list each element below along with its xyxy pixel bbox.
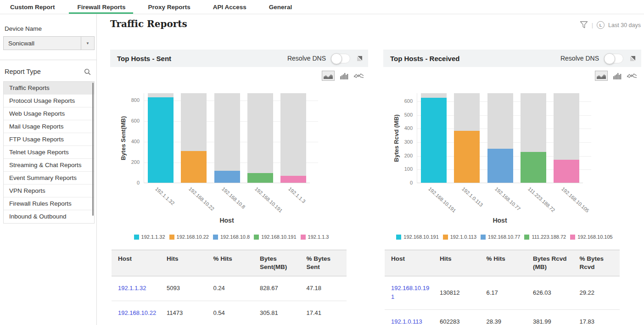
panel-top-hosts-received: Top Hosts - Received Resolve DNS Bytes R… <box>383 50 641 325</box>
host-cell: 192.168.10.22 <box>112 301 160 325</box>
plot-area <box>417 93 583 183</box>
chevron-down-icon[interactable]: ▼ <box>81 37 94 50</box>
y-axis-tick: 300 <box>383 139 413 145</box>
table-cell: 130812 <box>433 276 480 310</box>
tab-firewall-reports[interactable]: Firewall Reports <box>78 0 126 14</box>
y-axis-tick: 800 <box>110 97 140 103</box>
bar-column[interactable] <box>177 93 210 183</box>
clock-icon[interactable]: L <box>597 21 605 29</box>
top-hosts-table: HostHits% HitsBytes Rcvd (MB)% Bytes Rcv… <box>385 250 620 325</box>
y-axis-tick: 400 <box>383 125 413 131</box>
bar-column[interactable] <box>244 93 277 183</box>
y-axis-tick: 500 <box>383 112 413 118</box>
filter-icon[interactable] <box>580 21 588 29</box>
table-cell: 6.17 <box>480 276 527 310</box>
sidebar-item-telnet-usage-reports[interactable]: Telnet Usage Reports <box>4 146 94 159</box>
bar-track <box>247 93 273 183</box>
host-cell: 192.1.0.113 <box>385 310 433 325</box>
sidebar-item-inbound-outbound[interactable]: Inbound & Outbound <box>4 210 94 223</box>
sidebar-item-protocol-usage-reports[interactable]: Protocol Usage Reports <box>4 95 94 107</box>
page-title: Traffic Reports <box>110 18 187 29</box>
sidebar-item-event-summary-reports[interactable]: Event Summary Reports <box>4 172 94 185</box>
tab-custom-report[interactable]: Custom Report <box>10 0 55 14</box>
panel-header: Top Hosts - Received Resolve DNS <box>383 50 641 67</box>
legend-label: 192.168.10.77 <box>488 234 520 240</box>
table-row: 192.168.10.1911308126.17626.0329.22 <box>385 276 620 310</box>
x-axis-label: 192.1.1.3 <box>287 186 307 204</box>
search-icon[interactable] <box>84 68 91 75</box>
legend-label: 192.1.1.32 <box>141 234 165 240</box>
legend-swatch <box>169 235 174 240</box>
panel-header: Top Hosts - Sent Resolve DNS <box>110 50 368 67</box>
legend-item[interactable]: 192.168.10.22 <box>169 234 209 240</box>
table-header-cell: % Hits <box>207 250 254 276</box>
bar-fill <box>280 176 306 183</box>
legend-swatch <box>254 235 259 240</box>
sidebar-item-traffic-reports[interactable]: Traffic Reports <box>4 82 94 95</box>
bar-column[interactable] <box>450 93 483 183</box>
sidebar-item-mail-usage-reports[interactable]: Mail Usage Reports <box>4 120 94 133</box>
table-cell: 828.67 <box>253 276 300 301</box>
sidebar-item-ftp-usage-reports[interactable]: FTP Usage Reports <box>4 133 94 146</box>
table-cell: 17.41 <box>300 301 347 325</box>
y-axis-tick: 600 <box>110 118 140 123</box>
resolve-dns-label: Resolve DNS <box>287 55 326 62</box>
bar-fill <box>521 152 546 183</box>
y-axis-tick: 0 <box>383 180 413 185</box>
device-select[interactable]: Sonicwall ▼ <box>3 36 95 50</box>
legend-label: 111.223.188.72 <box>532 234 566 240</box>
chart-legend: 192.1.1.32192.168.10.22192.168.10.8192.1… <box>110 234 353 240</box>
bar-column[interactable] <box>417 93 450 183</box>
host-link[interactable]: 192.168.10.22 <box>118 309 156 316</box>
tab-proxy-reports[interactable]: Proxy Reports <box>148 0 190 14</box>
bar-chart-bytes-received: Bytes Rcvd (MB)0100200300400500600192.16… <box>383 67 641 260</box>
legend-item[interactable]: 192.1.1.3 <box>301 234 329 240</box>
resolve-dns-toggle[interactable] <box>331 54 350 63</box>
bar-column[interactable] <box>210 93 243 183</box>
legend-item[interactable]: 192.168.10.191 <box>396 234 438 240</box>
tab-api-access[interactable]: API Access <box>213 0 246 14</box>
legend-item[interactable]: 111.223.188.72 <box>524 234 566 240</box>
host-link[interactable]: 192.1.0.113 <box>391 318 422 325</box>
table-row: 192.1.1.3250930.24828.6747.18 <box>112 276 347 301</box>
bar-fill <box>247 173 273 183</box>
top-hosts-sent-table: HostHits% HitsBytes Sent(MB)% Bytes Sent… <box>112 250 347 325</box>
host-link[interactable]: 192.168.10.191 <box>391 285 429 300</box>
table-header-cell: % Hits <box>480 250 527 276</box>
tab-general[interactable]: General <box>269 0 292 14</box>
sidebar-item-web-usage-reports[interactable]: Web Usage Reports <box>4 107 94 120</box>
host-link[interactable]: 192.1.1.32 <box>118 285 146 291</box>
legend-item[interactable]: 192.1.0.113 <box>443 234 476 240</box>
table-cell: 626.03 <box>526 276 573 310</box>
x-axis-label: 192.168.10.77 <box>494 186 521 212</box>
legend-item[interactable]: 192.168.10.77 <box>481 234 520 240</box>
table-cell: 0.24 <box>207 276 254 301</box>
table-cell: 17.83 <box>573 310 620 325</box>
legend-item[interactable]: 192.168.10.8 <box>213 234 250 240</box>
sidebar-item-streaming-chat-reports[interactable]: Streaming & Chat Reports <box>4 159 94 172</box>
y-axis-tick: 100 <box>383 166 413 172</box>
legend-item[interactable]: 192.168.10.191 <box>254 234 296 240</box>
scrollbar[interactable] <box>92 83 94 216</box>
report-type-label: Report Type <box>5 68 41 75</box>
x-axis-label: 192.168.10.22 <box>188 186 215 212</box>
time-range-label[interactable]: Last 30 days <box>608 22 641 28</box>
bar-column[interactable] <box>517 93 550 183</box>
bar-column[interactable] <box>550 93 583 183</box>
resolve-dns-toggle[interactable] <box>604 54 623 63</box>
y-axis-tick: 200 <box>110 159 140 165</box>
expand-icon[interactable] <box>357 56 362 61</box>
bar-column[interactable] <box>144 93 177 183</box>
legend-swatch <box>213 235 218 240</box>
sidebar-item-vpn-reports[interactable]: VPN Reports <box>4 185 94 197</box>
legend-item[interactable]: 192.168.10.105 <box>570 234 612 240</box>
top-hosts-table: HostHits% HitsBytes Sent(MB)% Bytes Sent… <box>112 250 347 325</box>
table-cell: 47.18 <box>300 276 347 301</box>
legend-item[interactable]: 192.1.1.32 <box>134 234 165 240</box>
sidebar-item-firewall-rules-reports[interactable]: Firewall Rules Reports <box>4 197 94 210</box>
bar-column[interactable] <box>483 93 516 183</box>
bar-column[interactable] <box>277 93 310 183</box>
expand-icon[interactable] <box>630 56 635 61</box>
table-cell: 602283 <box>433 310 480 325</box>
y-axis-tick: 0 <box>110 180 140 185</box>
